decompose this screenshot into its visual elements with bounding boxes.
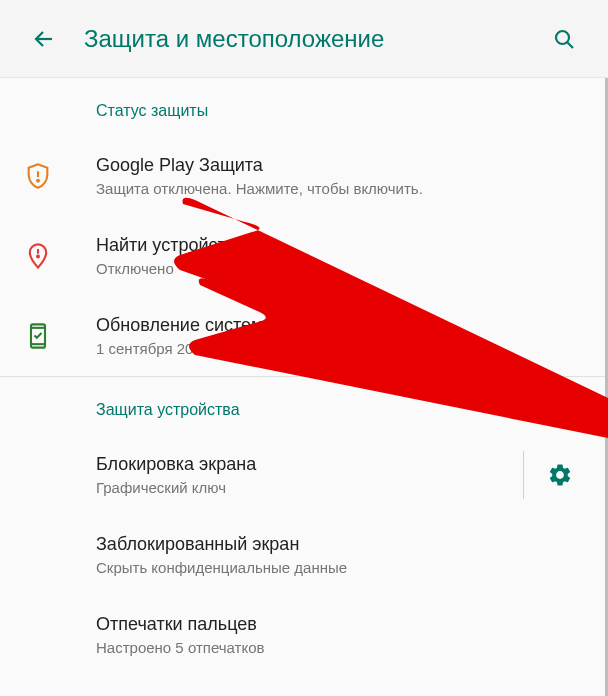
- back-arrow-icon: [32, 27, 56, 51]
- section-header-status: Статус защиты: [0, 78, 608, 136]
- screen-lock-settings-button[interactable]: [536, 451, 584, 499]
- page-title: Защита и местоположение: [84, 25, 540, 53]
- item-title: Обновление системы безопасности: [96, 315, 584, 336]
- location-alert-icon: [24, 242, 96, 270]
- gear-icon: [547, 462, 573, 488]
- item-security-update[interactable]: Обновление системы безопасности 1 сентяб…: [0, 296, 608, 376]
- svg-point-4: [37, 180, 39, 182]
- item-title: Найти устройство: [96, 235, 584, 256]
- content-area: Статус защиты Google Play Защита Защита …: [0, 78, 608, 675]
- item-subtitle: Защита отключена. Нажмите, чтобы включит…: [96, 180, 584, 197]
- phone-check-icon: [24, 322, 96, 350]
- shield-alert-icon: [24, 162, 96, 190]
- search-icon: [552, 27, 576, 51]
- item-subtitle: Отключено: [96, 260, 584, 277]
- item-title: Блокировка экрана: [96, 454, 499, 475]
- vertical-divider: [523, 451, 524, 499]
- item-subtitle: Графический ключ: [96, 479, 499, 496]
- item-subtitle: 1 сентября 2019 г.: [96, 340, 584, 357]
- item-title: Отпечатки пальцев: [96, 614, 584, 635]
- svg-point-1: [556, 31, 569, 44]
- item-title: Заблокированный экран: [96, 534, 584, 555]
- section-header-device: Защита устройства: [0, 377, 608, 435]
- item-locked-screen[interactable]: Заблокированный экран Скрыть конфиденциа…: [0, 515, 608, 595]
- item-title: Google Play Защита: [96, 155, 584, 176]
- item-subtitle: Настроено 5 отпечатков: [96, 639, 584, 656]
- svg-line-2: [568, 42, 574, 48]
- item-find-device[interactable]: Найти устройство Отключено: [0, 216, 608, 296]
- search-button[interactable]: [540, 15, 588, 63]
- item-google-play-protect[interactable]: Google Play Защита Защита отключена. Наж…: [0, 136, 608, 216]
- svg-point-6: [37, 256, 39, 258]
- item-screen-lock[interactable]: Блокировка экрана Графический ключ: [0, 435, 523, 515]
- app-header: Защита и местоположение: [0, 0, 608, 78]
- item-fingerprints[interactable]: Отпечатки пальцев Настроено 5 отпечатков: [0, 595, 608, 675]
- back-button[interactable]: [20, 15, 68, 63]
- item-screen-lock-row: Блокировка экрана Графический ключ: [0, 435, 608, 515]
- item-subtitle: Скрыть конфиденциальные данные: [96, 559, 584, 576]
